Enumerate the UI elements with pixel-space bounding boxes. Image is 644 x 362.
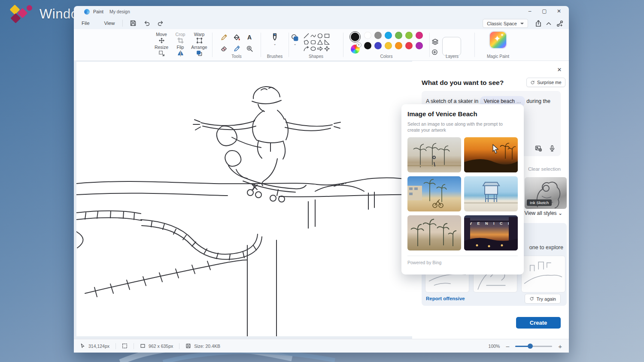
colors-label: Colors: [345, 54, 428, 59]
menu-divider: [122, 20, 123, 27]
paint-app-icon: [84, 9, 90, 15]
paint-window: Paint My design – ▢ ✕ File View Classic …: [74, 6, 569, 353]
try-again-button[interactable]: Try again: [525, 294, 561, 304]
arrange-button[interactable]: Arrange: [190, 45, 209, 57]
shape-curved-arrow-icon[interactable]: [304, 46, 309, 51]
palette-swatch[interactable]: [364, 42, 371, 49]
venice-photo-4[interactable]: [464, 176, 518, 211]
shape-polygon-icon[interactable]: [304, 39, 309, 45]
pencil-icon[interactable]: [220, 34, 228, 41]
palette-swatch[interactable]: [364, 32, 371, 39]
arrange-icon: [196, 50, 203, 57]
ribbon-toolbar: Move Crop Warp Resize Flip Arrange A Too…: [74, 29, 569, 61]
palette-swatch[interactable]: [416, 42, 423, 49]
tools-label: Tools: [214, 54, 259, 59]
venice-photo-2[interactable]: [464, 137, 518, 172]
save-icon[interactable]: [130, 20, 137, 27]
refresh-icon: [529, 296, 534, 301]
palette-swatch[interactable]: [374, 42, 382, 49]
connections-icon[interactable]: [556, 20, 564, 27]
flip-button[interactable]: Flip: [171, 45, 190, 57]
palette-swatch[interactable]: [416, 32, 423, 39]
microphone-icon[interactable]: [549, 145, 556, 152]
resize-button[interactable]: Resize: [152, 45, 171, 57]
shape-rounded-rect-icon[interactable]: [310, 39, 316, 45]
title-bar[interactable]: Paint My design – ▢ ✕: [74, 6, 569, 17]
zoom-in-button[interactable]: +: [558, 343, 562, 350]
shape-block-arrow-icon[interactable]: [317, 46, 323, 51]
file-size: Size: 20.4KB: [194, 344, 220, 349]
colors-section: Colors: [345, 29, 428, 60]
minimize-button[interactable]: –: [522, 6, 537, 16]
zoom-slider-thumb[interactable]: [528, 344, 533, 349]
theme-dropdown[interactable]: Classic Space: [483, 19, 528, 28]
shape-rectangle-icon[interactable]: [324, 33, 330, 39]
venice-photo-5[interactable]: [407, 215, 461, 250]
palette-swatch[interactable]: [395, 32, 402, 39]
chevron-down-icon: ⌄: [273, 42, 276, 46]
shape-right-triangle-icon[interactable]: [324, 39, 330, 45]
shapes-combo-icon[interactable]: [291, 33, 299, 42]
magic-paint-label: Magic Paint: [477, 54, 519, 59]
shape-triangle-icon[interactable]: [317, 39, 323, 45]
photo-grid: V E N I C E: [407, 137, 518, 250]
prompt-text-1: A sketch of a skater in: [426, 98, 478, 104]
shape-line-icon[interactable]: [304, 33, 309, 39]
chip-more-icon: …: [516, 99, 521, 104]
share-icon[interactable]: [535, 20, 542, 27]
panel-close-icon[interactable]: ✕: [556, 66, 563, 74]
palette-swatch[interactable]: [405, 32, 413, 39]
report-offensive-link[interactable]: Report offensive: [426, 296, 465, 301]
warp-button[interactable]: Warp: [190, 32, 209, 45]
magnifier-icon[interactable]: [246, 45, 253, 52]
undo-icon[interactable]: [143, 20, 150, 27]
zoom-out-button[interactable]: –: [506, 343, 509, 350]
brand-diamonds-icon: [9, 5, 34, 23]
palette-swatch[interactable]: [405, 42, 413, 49]
brushes-section[interactable]: ⌄ Brushes: [263, 29, 287, 60]
drawing-canvas[interactable]: [76, 62, 412, 336]
text-tool-icon[interactable]: A: [246, 34, 253, 41]
menu-view[interactable]: View: [100, 19, 119, 27]
add-image-icon[interactable]: [535, 145, 542, 152]
style-ink-sketch[interactable]: Ink Sketch: [525, 177, 567, 209]
shape-curve-icon[interactable]: [310, 33, 316, 39]
crop-button[interactable]: Crop: [171, 32, 190, 45]
move-button[interactable]: Move: [152, 32, 171, 45]
create-button[interactable]: Create: [516, 317, 561, 329]
color-wheel-icon[interactable]: [351, 45, 360, 54]
layers-icon[interactable]: [431, 38, 439, 45]
zoom-slider[interactable]: [515, 346, 552, 347]
refresh-icon: [530, 80, 535, 85]
menu-file[interactable]: File: [77, 19, 94, 27]
venice-photo-6[interactable]: V E N I C E: [464, 215, 518, 250]
venice-photo-3[interactable]: [407, 176, 461, 211]
palette-swatch[interactable]: [395, 42, 402, 49]
shape-star-icon[interactable]: [324, 46, 330, 51]
clear-selection-link[interactable]: Clear selection: [528, 166, 561, 172]
eraser-icon[interactable]: [220, 45, 228, 52]
skater-sketch: [76, 62, 412, 336]
palette-swatch[interactable]: [385, 42, 392, 49]
surprise-me-button[interactable]: Surprise me: [526, 78, 565, 87]
view-all-styles-link[interactable]: View all styles ⌄: [524, 210, 562, 216]
result-thumbnail-3[interactable]: [521, 256, 565, 293]
color-picker-icon[interactable]: [233, 45, 240, 52]
cursor-position: 314,124px: [88, 344, 109, 349]
palette-swatch[interactable]: [374, 32, 382, 39]
magic-paint-section[interactable]: ✦ ✦ Magic Paint: [477, 29, 519, 60]
status-bar: 314,124px 962 x 635px Size: 20.4KB 100% …: [74, 339, 569, 353]
selected-color-swatch[interactable]: [350, 32, 360, 42]
explore-hint: one to explore: [529, 244, 563, 250]
palette-swatch[interactable]: [385, 32, 392, 39]
shape-oval-icon[interactable]: [310, 46, 316, 51]
collapse-ribbon-icon[interactable]: [545, 20, 553, 27]
shape-ellipse-icon[interactable]: [317, 33, 323, 39]
venice-photo-1[interactable]: [407, 137, 461, 172]
shape-gallery: [303, 33, 330, 52]
layer-thumbnail[interactable]: [442, 37, 461, 56]
fill-bucket-icon[interactable]: [233, 34, 240, 41]
close-button[interactable]: ✕: [552, 6, 566, 16]
maximize-button[interactable]: ▢: [537, 6, 552, 16]
redo-icon[interactable]: [157, 20, 164, 27]
